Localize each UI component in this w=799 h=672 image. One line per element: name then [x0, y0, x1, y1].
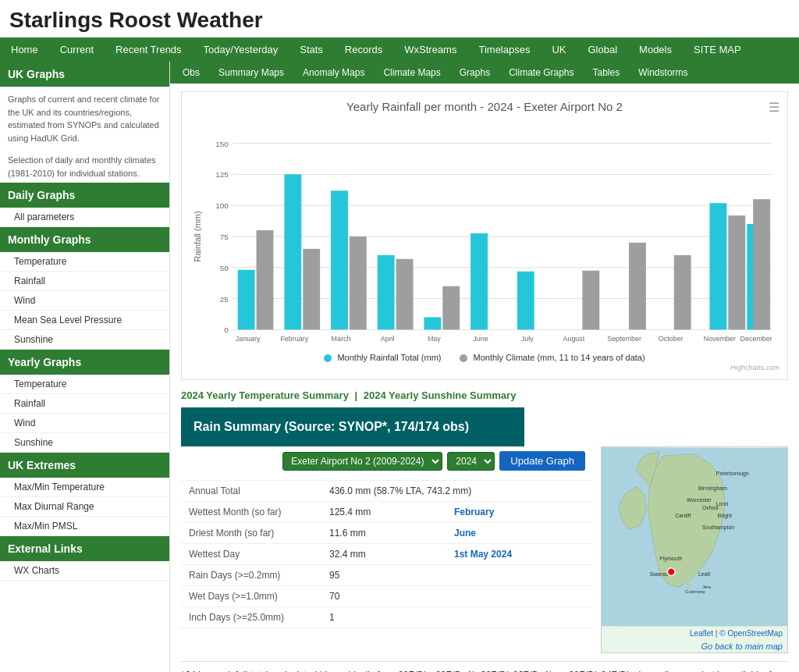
svg-text:October: October: [659, 335, 684, 343]
station-select[interactable]: Exeter Airport No 2 (2009-2024): [282, 452, 442, 471]
site-title: Starlings Roost Weather: [0, 0, 799, 37]
bar-may-climate: [442, 286, 460, 330]
subnav-windstorms[interactable]: Windstorms: [629, 62, 697, 84]
nav-timelapses[interactable]: Timelapses: [467, 37, 541, 62]
svg-text:25: 25: [220, 295, 229, 304]
subnav-climate-maps[interactable]: Climate Maps: [374, 62, 449, 84]
rain-left: Rain Summary (Source: SYNOP*, 174/174 ob…: [181, 407, 788, 653]
row-label-rain-days: Rain Days (>=0.2mm): [181, 565, 321, 586]
bar-jan-climate: [257, 230, 274, 329]
sidebar-link-yearly-rainfall[interactable]: Rainfall: [0, 394, 169, 414]
subnav-summary-maps[interactable]: Summary Maps: [209, 62, 293, 84]
nav-models[interactable]: Models: [628, 37, 683, 62]
bar-dec-climate: [753, 199, 770, 329]
sidebar-link-wx-charts[interactable]: WX Charts: [0, 561, 169, 581]
svg-text:May: May: [428, 335, 441, 343]
subnav-obs[interactable]: Obs: [173, 62, 209, 84]
table-row: Wet Days (>=1.0mm) 70: [181, 586, 593, 607]
sidebar-link-max-diurnal[interactable]: Max Diurnal Range: [0, 497, 169, 517]
legend-dot-2: [460, 354, 467, 362]
subnav-anomaly-maps[interactable]: Anomaly Maps: [293, 62, 374, 84]
sidebar-link-maxmin-temp[interactable]: Max/Min Temperature: [0, 478, 169, 497]
sidebar-link-sunshine[interactable]: Sunshine: [0, 330, 169, 350]
bar-nov-climate: [728, 215, 745, 329]
nav-global[interactable]: Global: [577, 37, 629, 62]
table-row: Wettest Month (so far) 125.4 mm February: [181, 502, 593, 523]
svg-text:150: 150: [215, 140, 229, 148]
svg-text:March: March: [332, 335, 351, 343]
row-link-wettest-day[interactable]: 1st May 2024: [454, 549, 512, 560]
go-back-anchor[interactable]: Go back to main map: [701, 642, 783, 651]
subnav-climate-graphs[interactable]: Climate Graphs: [499, 62, 583, 84]
nav-current[interactable]: Current: [49, 37, 105, 62]
row-link-driest-month[interactable]: June: [454, 528, 476, 539]
sidebar-link-temperature[interactable]: Temperature: [0, 252, 169, 272]
nav-site-map[interactable]: SITE MAP: [683, 37, 752, 62]
svg-text:100: 100: [215, 201, 229, 210]
bar-sep-climate: [629, 243, 646, 329]
sidebar-link-maxmin-pmsl[interactable]: Max/Min PMSL: [0, 517, 169, 536]
uk-graphs-header: UK Graphs: [0, 62, 169, 87]
nav-records[interactable]: Records: [334, 37, 393, 62]
svg-text:June: June: [473, 335, 488, 343]
sidebar-link-yearly-temperature[interactable]: Temperature: [0, 375, 169, 394]
monthly-graphs-header: Monthly Graphs: [0, 227, 169, 252]
row-label-annual: Annual Total: [181, 481, 321, 502]
update-graph-button[interactable]: Update Graph: [499, 451, 585, 471]
sidebar-link-rainfall[interactable]: Rainfall: [0, 272, 169, 291]
chart-menu-icon[interactable]: ☰: [769, 100, 779, 115]
nav-uk[interactable]: UK: [541, 37, 577, 62]
bar-jun-total: [471, 233, 488, 329]
openstreetmap-link[interactable]: © OpenStreetMap: [719, 629, 783, 638]
row-link-wettest-month[interactable]: February: [454, 507, 494, 517]
legend-item-1: Monthly Rainfall Total (mm): [324, 353, 441, 362]
summary-link-temp[interactable]: 2024 Yearly Temperature Summary: [181, 389, 349, 401]
summary-link-sunshine[interactable]: 2024 Yearly Sunshine Summary: [364, 389, 517, 401]
row-value-inch-days: 1: [321, 607, 593, 628]
uk-graphs-desc: Graphs of current and recent climate for…: [0, 87, 169, 148]
sidebar-link-wind[interactable]: Wind: [0, 291, 169, 311]
year-select[interactable]: 2024: [447, 452, 495, 471]
table-row: Rain Days (>=0.2mm) 95: [181, 565, 593, 586]
sidebar-link-yearly-sunshine[interactable]: Sunshine: [0, 433, 169, 453]
map-placeholder: Birmingham Peterborough Worcester Oxford…: [602, 447, 787, 627]
table-row: Driest Month (so far) 11.6 mm June: [181, 523, 593, 544]
row-label-wettest-month: Wettest Month (so far): [181, 502, 321, 523]
sidebar-link-all-params[interactable]: All parameters: [0, 208, 169, 227]
leaflet-link[interactable]: Leaflet: [690, 629, 713, 638]
sidebar-link-mslp[interactable]: Mean Sea Level Pressure: [0, 311, 169, 330]
nav-home[interactable]: Home: [0, 37, 49, 62]
bar-feb-total: [284, 174, 301, 329]
controls-row: Exeter Airport No 2 (2009-2024) 2024 Upd…: [181, 446, 593, 481]
table-row: Annual Total 436.0 mm (58.7% LTA, 743.2 …: [181, 481, 593, 502]
chart-legend: Monthly Rainfall Total (mm) Monthly Clim…: [190, 353, 779, 362]
chart-container: Yearly Rainfall per month - 2024 - Exete…: [181, 91, 788, 380]
nav-recent-trends[interactable]: Recent Trends: [105, 37, 193, 62]
row-label-driest-month: Driest Month (so far): [181, 523, 321, 544]
row-value-wettest-day: 32.4 mm: [321, 544, 446, 565]
svg-text:September: September: [607, 335, 641, 343]
row-value-annual: 436.0 mm (58.7% LTA, 743.2 mm): [321, 481, 593, 502]
svg-text:Birmingham: Birmingham: [698, 486, 727, 492]
legend-label-1: Monthly Rainfall Total (mm): [337, 353, 441, 362]
subnav-graphs[interactable]: Graphs: [450, 62, 499, 84]
summary-links: 2024 Yearly Temperature Summary | 2024 Y…: [181, 389, 788, 401]
yearly-graphs-header: Yearly Graphs: [0, 350, 169, 375]
nav-stats[interactable]: Stats: [289, 37, 334, 62]
layout: UK Graphs Graphs of current and recent c…: [0, 62, 799, 672]
nav-today-yesterday[interactable]: Today/Yesterday: [193, 37, 289, 62]
nav-wxstreams[interactable]: WxStreams: [393, 37, 467, 62]
subnav-tables[interactable]: Tables: [584, 62, 630, 84]
svg-text:Cardiff: Cardiff: [675, 514, 691, 519]
bar-feb-climate: [303, 249, 320, 329]
uk-graphs-desc2: Selection of daily and monthly climates …: [0, 148, 169, 183]
legend-dot-1: [324, 354, 332, 362]
svg-text:Southampton: Southampton: [702, 525, 734, 532]
daily-graphs-header: Daily Graphs: [0, 183, 169, 208]
bar-oct-climate: [674, 255, 691, 329]
right-panel: Obs Summary Maps Anomaly Maps Climate Ma…: [170, 62, 799, 672]
sidebar-link-yearly-wind[interactable]: Wind: [0, 414, 169, 433]
rain-table: Exeter Airport No 2 (2009-2024) 2024 Upd…: [181, 446, 593, 628]
chart-title: Yearly Rainfall per month - 2024 - Exete…: [190, 100, 779, 113]
map-svg: Birmingham Peterborough Worcester Oxford…: [602, 447, 787, 627]
